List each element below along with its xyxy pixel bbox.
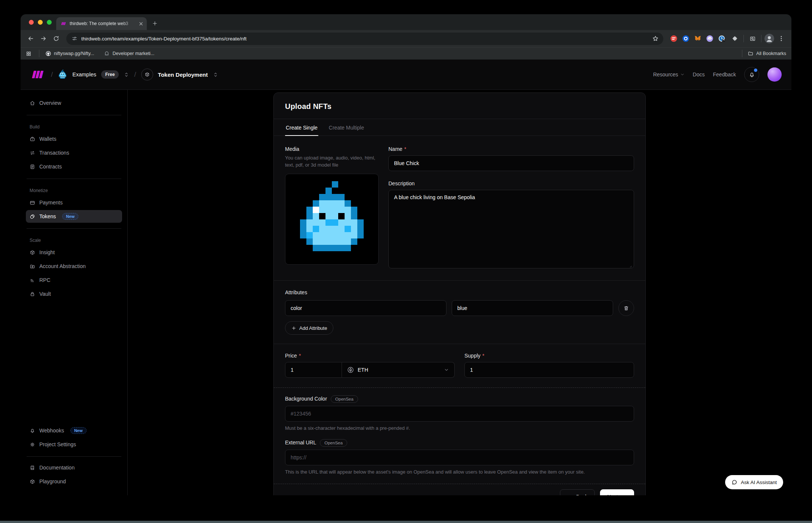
sidebar-item-wallets[interactable]: Wallets <box>26 133 122 145</box>
supply-input[interactable] <box>464 362 634 378</box>
chevrons-up-down-icon[interactable] <box>213 72 218 77</box>
external-url-input[interactable] <box>285 450 634 465</box>
nav-resources[interactable]: Resources <box>653 72 685 77</box>
search-tabs-button[interactable] <box>747 33 758 44</box>
delete-attribute-button[interactable] <box>618 300 634 316</box>
attribute-key-input[interactable] <box>285 300 446 316</box>
cube-icon <box>30 479 35 484</box>
sidebar-item-tokens[interactable]: TokensNew <box>26 210 122 223</box>
app-header: / Examples Free / Token Deployment Resou… <box>21 60 791 90</box>
sidebar-divider <box>27 456 121 457</box>
plus-icon <box>152 21 158 26</box>
sidebar-item-project-settings[interactable]: Project Settings <box>26 438 122 451</box>
sidebar-item-label: Project Settings <box>39 441 76 447</box>
chat-bubble-icon <box>731 479 737 485</box>
bookmark-item[interactable]: niftyswap.gg/Nifty... <box>45 51 94 57</box>
thirdweb-favicon <box>61 21 67 27</box>
media-label: Media <box>285 146 299 152</box>
ask-ai-assistant-button[interactable]: Ask AI Assistant <box>725 475 783 489</box>
arrow-left-icon <box>567 494 573 495</box>
metamask-extension-icon[interactable] <box>694 35 702 42</box>
apps-grid-icon[interactable] <box>26 51 31 57</box>
nav-docs[interactable]: Docs <box>693 72 705 77</box>
resize-grip-icon[interactable] <box>628 264 632 268</box>
reload-button[interactable] <box>51 33 62 44</box>
nav-feedback[interactable]: Feedback <box>713 72 736 77</box>
bookmark-star-icon[interactable] <box>652 35 659 42</box>
breadcrumb-team[interactable]: Examples <box>72 72 96 77</box>
description-input[interactable] <box>388 190 634 268</box>
chevrons-up-down-icon[interactable] <box>124 72 129 77</box>
plan-badge: Free <box>101 70 119 79</box>
next-step-button[interactable]: Next <box>600 489 634 495</box>
tab-label: Create Multiple <box>329 125 364 131</box>
sidebar-item-contracts[interactable]: Contracts <box>26 160 122 173</box>
sidebar-item-label: Payments <box>39 200 63 206</box>
background-color-input[interactable] <box>285 406 634 422</box>
tab-create-multiple[interactable]: Create Multiple <box>328 119 365 136</box>
currency-select[interactable]: ETH <box>342 362 455 378</box>
forward-arrow-icon <box>40 35 47 42</box>
address-bar[interactable]: thirdweb.com/team/examples/Token-Deploym… <box>66 33 663 45</box>
price-input[interactable] <box>285 362 342 378</box>
sidebar-item-insight[interactable]: Insight <box>26 246 122 259</box>
tab-label: Create Single <box>286 125 318 131</box>
currency-value: ETH <box>358 367 368 373</box>
phantom-extension-icon[interactable] <box>706 35 713 42</box>
new-tab-button[interactable] <box>150 18 160 28</box>
minimize-window-button[interactable] <box>38 20 43 25</box>
zoom-window-button[interactable] <box>47 20 52 25</box>
site-settings-icon[interactable] <box>72 36 78 42</box>
team-avatar <box>58 70 67 79</box>
media-preview[interactable] <box>285 174 379 265</box>
sidebar-item-rpc[interactable]: RPC <box>26 274 122 286</box>
ask-ai-label: Ask AI Assistant <box>741 480 777 485</box>
ext-clock-extension-icon[interactable] <box>718 35 725 42</box>
tab-create-single[interactable]: Create Single <box>285 119 318 136</box>
sidebar-item-documentation[interactable]: Documentation <box>26 461 122 474</box>
browser-tab[interactable]: thirdweb: The complete web3 <box>56 17 147 30</box>
sidebar-item-label: Contracts <box>39 164 62 170</box>
bookmark-item[interactable]: Developer marketi... <box>104 51 154 57</box>
sidebar: OverviewBuildWalletsTransactionsContract… <box>21 90 128 495</box>
sidebar-item-playground[interactable]: Playground <box>26 475 122 488</box>
close-tab-icon[interactable] <box>138 21 144 27</box>
sidebar-section-label: Monetize <box>30 188 118 193</box>
notifications-button[interactable] <box>744 67 759 82</box>
browser-profile-avatar[interactable] <box>764 34 774 43</box>
forward-button[interactable] <box>38 33 49 44</box>
sidebar-item-label: Vault <box>39 291 51 297</box>
window-search-icon <box>749 36 756 42</box>
sidebar-item-label: Tokens <box>39 213 56 219</box>
close-window-button[interactable] <box>29 20 34 25</box>
thirdweb-logo[interactable] <box>30 70 46 79</box>
sidebar-item-payments[interactable]: Payments <box>26 196 122 209</box>
sidebar-item-webhooks[interactable]: WebhooksNew <box>26 424 122 437</box>
extensions-button[interactable] <box>729 33 740 44</box>
sidebar-item-vault[interactable]: Vault <box>26 288 122 300</box>
sidebar-item-label: Documentation <box>39 465 75 471</box>
user-avatar[interactable] <box>767 67 782 82</box>
attribute-value-input[interactable] <box>452 300 613 316</box>
sidebar-item-label: Account Abstraction <box>39 263 86 269</box>
sidebar-section-label: Scale <box>30 238 118 243</box>
add-attribute-button[interactable]: Add Attribute <box>285 321 333 335</box>
rpc-icon <box>30 277 35 283</box>
ghost-favicon-icon <box>104 51 110 57</box>
upload-nfts-card: Upload NFTs Create Single Create Multipl… <box>273 92 646 495</box>
price-supply-section: Price* ETH <box>274 344 645 387</box>
all-bookmarks-button[interactable]: All Bookmarks <box>748 51 786 57</box>
back-button[interactable] <box>25 33 36 44</box>
sidebar-item-overview[interactable]: Overview <box>26 97 122 109</box>
ext-red-extension-icon[interactable] <box>670 35 678 42</box>
name-input[interactable] <box>388 155 634 171</box>
back-arrow-icon <box>27 35 34 42</box>
browser-menu-button[interactable] <box>776 33 787 44</box>
ext-blue-extension-icon[interactable] <box>682 35 690 42</box>
page-title: Upload NFTs <box>285 102 634 111</box>
sidebar-divider <box>27 179 121 179</box>
back-step-button[interactable]: Back <box>560 489 595 495</box>
sidebar-item-account-abstraction[interactable]: Account Abstraction <box>26 260 122 273</box>
sidebar-item-transactions[interactable]: Transactions <box>26 146 122 159</box>
breadcrumb-project[interactable]: Token Deployment <box>158 72 208 78</box>
